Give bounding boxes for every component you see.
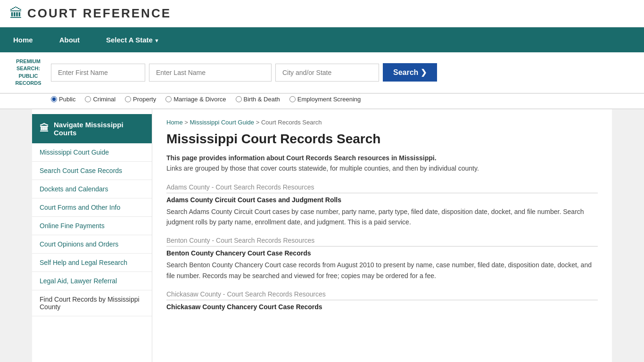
breadcrumb: Home > Mississippi Court Guide > Court R… xyxy=(166,119,598,126)
sidebar-item-ms-court-guide[interactable]: Mississippi Court Guide xyxy=(32,143,152,162)
resource-benton-desc: Search Benton County Chancery Court case… xyxy=(166,260,598,281)
resource-benton-title: Benton County Chancery Court Case Record… xyxy=(166,249,598,257)
radio-criminal[interactable]: Criminal xyxy=(85,96,116,103)
county-benton: Benton County - Court Search Records Res… xyxy=(166,237,598,281)
site-header: 🏛 COURT REFERENCE xyxy=(0,0,644,27)
radio-employment[interactable]: Employment Screening xyxy=(289,96,361,103)
sidebar-nav-header: 🏛 Navigate Mississippi Courts xyxy=(32,114,152,143)
first-name-input[interactable] xyxy=(51,64,145,82)
nav-home[interactable]: Home xyxy=(0,27,46,52)
main-navbar: Home About Select A State xyxy=(0,27,644,52)
county-chickasaw-header: Chickasaw County - Court Search Records … xyxy=(166,290,598,300)
county-adams-header: Adams County - Court Search Records Reso… xyxy=(166,183,598,193)
breadcrumb-guide[interactable]: Mississippi Court Guide xyxy=(190,119,255,126)
sidebar-item-dockets[interactable]: Dockets and Calendars xyxy=(32,180,152,198)
sidebar-item-legal-aid[interactable]: Legal Aid, Lawyer Referral xyxy=(32,272,152,290)
page-title: Mississippi Court Records Search xyxy=(166,132,598,147)
breadcrumb-home[interactable]: Home xyxy=(166,119,183,126)
search-button[interactable]: Search xyxy=(383,63,437,82)
sidebar-item-self-help[interactable]: Self Help and Legal Research xyxy=(32,254,152,272)
search-type-radios: Public Criminal Property Marriage & Divo… xyxy=(0,94,644,109)
nav-about[interactable]: About xyxy=(46,27,93,52)
sidebar-header-icon: 🏛 xyxy=(40,123,49,134)
radio-property[interactable]: Property xyxy=(125,96,156,103)
county-adams: Adams County - Court Search Records Reso… xyxy=(166,183,598,228)
breadcrumb-current: Court Records Search xyxy=(261,119,322,126)
radio-marriage[interactable]: Marriage & Divorce xyxy=(165,96,226,103)
sidebar-item-court-forms[interactable]: Court Forms and Other Info xyxy=(32,198,152,217)
sidebar-static-item: Find Court Records by Mississippi County xyxy=(32,290,152,316)
sidebar: 🏛 Navigate Mississippi Courts Mississipp… xyxy=(32,109,152,362)
search-bar-container: PREMIUM SEARCH: PUBLIC RECORDS Search xyxy=(0,52,644,94)
main-wrapper: 🏛 Navigate Mississippi Courts Mississipp… xyxy=(32,109,612,362)
sidebar-header-label: Navigate Mississippi Courts xyxy=(54,121,144,137)
premium-label: PREMIUM SEARCH: PUBLIC RECORDS xyxy=(9,58,47,87)
county-chickasaw: Chickasaw County - Court Search Records … xyxy=(166,290,598,311)
logo-text: COURT REFERENCE xyxy=(27,6,171,21)
resource-adams-desc: Search Adams County Circuit Court cases … xyxy=(166,206,598,228)
intro-normal-text: Links are grouped by those that cover co… xyxy=(166,165,598,172)
county-benton-header: Benton County - Court Search Records Res… xyxy=(166,237,598,247)
intro-bold-text: This page provides information about Cou… xyxy=(166,154,598,162)
sidebar-item-fine-payments[interactable]: Online Fine Payments xyxy=(32,217,152,235)
sidebar-item-opinions[interactable]: Court Opinions and Orders xyxy=(32,235,152,254)
last-name-input[interactable] xyxy=(149,64,272,82)
logo-icon: 🏛 xyxy=(9,6,23,21)
sidebar-item-search-records[interactable]: Search Court Case Records xyxy=(32,162,152,180)
radio-public[interactable]: Public xyxy=(51,96,75,103)
resource-adams-title: Adams County Circuit Court Cases and Jud… xyxy=(166,196,598,204)
city-state-input[interactable] xyxy=(275,64,379,82)
resource-chickasaw-title: Chickasaw County Chancery Court Case Rec… xyxy=(166,303,598,311)
radio-birth[interactable]: Birth & Death xyxy=(236,96,280,103)
nav-select-state[interactable]: Select A State xyxy=(93,27,173,52)
main-content: Home > Mississippi Court Guide > Court R… xyxy=(152,109,612,362)
